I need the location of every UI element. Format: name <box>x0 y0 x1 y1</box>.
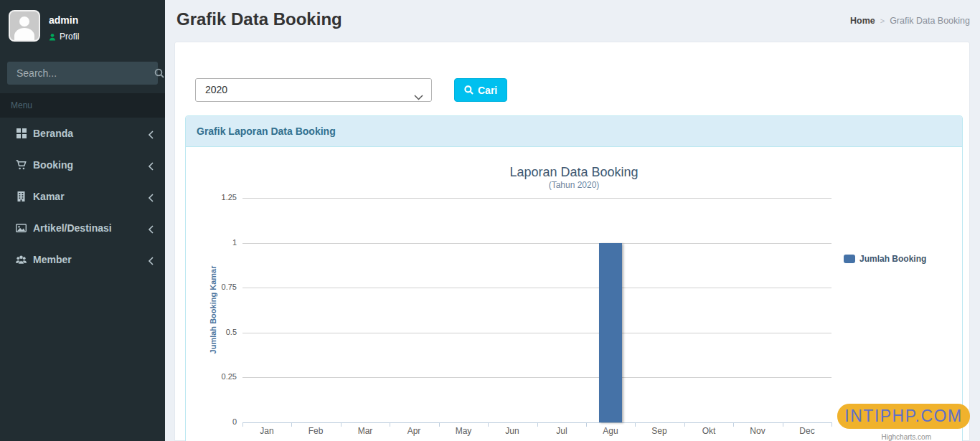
search-icon <box>464 85 473 95</box>
legend-item[interactable]: Jumlah Booking <box>844 254 926 264</box>
chart-panel: Grafik Laporan Data Booking Laporan Data… <box>185 115 963 441</box>
gridline <box>242 198 831 199</box>
search-icon <box>154 68 164 78</box>
sidebar-item-artikel-destinasi[interactable]: Artikel/Destinasi <box>0 212 165 244</box>
y-axis-tick-label: 1 <box>194 238 237 247</box>
highcharts-credits[interactable]: Highcharts.com <box>882 433 931 441</box>
breadcrumb-separator: > <box>880 16 885 25</box>
chevron-left-icon <box>148 224 154 237</box>
gridline <box>242 243 831 244</box>
user-name: admin <box>49 14 78 26</box>
breadcrumb-current: Grafik Data Booking <box>890 16 970 26</box>
x-axis-category-label: May <box>439 426 488 436</box>
users-icon <box>16 255 27 265</box>
user-icon <box>49 33 56 41</box>
menu-header: Menu <box>0 93 165 118</box>
x-axis-category-label: Jun <box>488 426 537 436</box>
profile-link[interactable]: Profil <box>49 32 79 42</box>
gridline <box>242 333 831 333</box>
y-axis-title: Jumlah Booking Kamar <box>209 266 217 354</box>
y-axis-tick-label: 1.25 <box>194 193 237 201</box>
x-axis-category-label: Agu <box>586 426 635 436</box>
x-axis-tick <box>831 422 832 427</box>
sidebar-item-kamar[interactable]: Kamar <box>0 181 165 212</box>
avatar <box>9 10 40 42</box>
sidebar-item-booking[interactable]: Booking <box>0 149 165 181</box>
bar-Agu[interactable] <box>599 243 622 422</box>
x-axis-category-label: Jan <box>242 426 291 436</box>
sidebar-item-label: Member <box>33 254 72 265</box>
chevron-left-icon <box>148 192 154 205</box>
panel-title: Grafik Laporan Data Booking <box>186 116 962 147</box>
watermark-badge: INTIPHP.COM <box>837 404 970 429</box>
chevron-left-icon <box>148 255 154 268</box>
main-content: Grafik Data Booking Home > Grafik Data B… <box>165 0 980 441</box>
x-axis-category-label: Dec <box>783 426 831 436</box>
x-axis-category-label: Sep <box>635 426 684 436</box>
sidebar-item-label: Booking <box>33 159 73 171</box>
content-box: 2020 Cari Grafik Laporan Data Booking <box>174 42 970 441</box>
chevron-left-icon <box>148 161 154 174</box>
sidebar-item-label: Kamar <box>33 191 65 202</box>
year-select-value: 2020 <box>205 84 227 95</box>
booking-chart: Laporan Data Booking (Tahun 2020) Jumlah… <box>186 148 962 441</box>
filter-row: 2020 Cari <box>195 78 507 102</box>
chevron-left-icon <box>148 129 154 142</box>
sidebar-item-beranda[interactable]: Beranda <box>0 118 165 149</box>
app-screen: admin Profil Menu Beranda <box>0 0 980 441</box>
x-axis-category-label: Mar <box>341 426 390 436</box>
sidebar-menu: Beranda Booking Kamar <box>0 118 165 275</box>
x-axis-category-label: Jul <box>537 426 586 436</box>
profile-label: Profil <box>60 32 79 42</box>
x-axis-category-label: Nov <box>733 426 782 436</box>
legend-symbol <box>844 255 855 263</box>
x-axis-category-label: Apr <box>390 426 438 436</box>
cart-icon <box>16 160 27 170</box>
y-axis-tick-label: 0 <box>194 417 237 426</box>
cari-button-label: Cari <box>478 85 497 96</box>
x-axis-category-label: Okt <box>684 426 733 436</box>
breadcrumb: Home > Grafik Data Booking <box>850 16 970 26</box>
y-axis-tick-label: 0.25 <box>194 372 237 381</box>
search-input[interactable] <box>7 67 146 79</box>
x-axis-category-label: Feb <box>291 426 340 436</box>
legend-label: Jumlah Booking <box>859 254 926 264</box>
cari-button[interactable]: Cari <box>454 78 507 102</box>
chevron-down-icon <box>414 86 423 108</box>
sidebar: admin Profil Menu Beranda <box>0 0 165 441</box>
chart-subtitle: (Tahun 2020) <box>186 180 962 190</box>
building-icon <box>16 191 27 201</box>
gridline <box>242 377 831 378</box>
page-title: Grafik Data Booking <box>176 9 342 29</box>
chart-title: Laporan Data Booking <box>186 165 962 180</box>
year-select[interactable]: 2020 <box>195 78 432 102</box>
dashboard-icon <box>16 128 27 138</box>
panel-body: Laporan Data Booking (Tahun 2020) Jumlah… <box>186 148 962 441</box>
sidebar-item-label: Artikel/Destinasi <box>33 222 112 234</box>
sidebar-item-label: Beranda <box>33 128 73 139</box>
user-panel: admin Profil <box>0 0 165 52</box>
gridline <box>242 288 831 288</box>
sidebar-search-box <box>7 62 158 85</box>
image-icon <box>16 223 27 233</box>
sidebar-item-member[interactable]: Member <box>0 244 165 275</box>
breadcrumb-home[interactable]: Home <box>850 16 875 26</box>
y-axis-tick-label: 0.75 <box>194 283 237 291</box>
avatar-silhouette <box>19 16 29 27</box>
y-axis-tick-label: 0.5 <box>194 328 237 336</box>
